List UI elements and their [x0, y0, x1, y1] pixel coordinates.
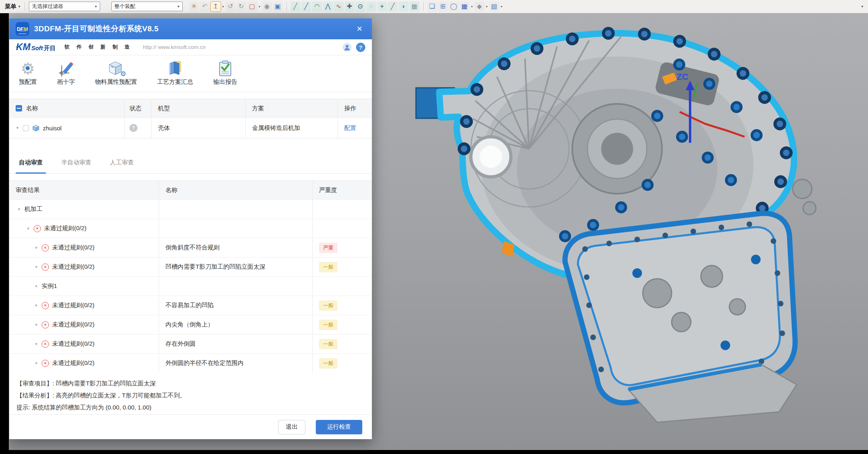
expand-icon[interactable]: ▼ [34, 246, 38, 250]
dialog-titlebar[interactable]: DFM 3DDFM-开目可制造性分析系统V8.5 ✕ [9, 18, 372, 39]
toolbar-separator [24, 2, 25, 11]
part-table-header: 名称 状态 机型 方案 操作 [9, 99, 372, 118]
user-icon[interactable] [342, 43, 352, 52]
torus-icon[interactable]: ◯ [449, 2, 459, 12]
sketch-line-icon[interactable]: ╱ [388, 2, 398, 12]
expand-icon[interactable]: ▼ [34, 265, 38, 269]
process-summary-button[interactable]: 工艺方案汇总 [157, 59, 193, 92]
expand-icon[interactable]: ▼ [34, 342, 38, 346]
circle-icon[interactable]: ⊙ [355, 2, 365, 12]
solid-body-icon-caret[interactable]: ▾ [501, 5, 503, 8]
line-icon[interactable]: ╱ [301, 2, 311, 12]
toolbar-overflow-caret[interactable]: ▾ [861, 4, 863, 8]
fail-icon: ✕ [42, 340, 49, 348]
close-icon[interactable]: ✕ [353, 24, 365, 33]
profile-line-icon[interactable]: ╱ [291, 2, 301, 12]
result-row[interactable]: ▼ 机加工 [9, 199, 372, 219]
rule-label: 未通过规则(0/2) [44, 225, 87, 232]
globe-icon[interactable]: ◉ [262, 2, 272, 12]
part-cube-icon [32, 125, 39, 132]
paste-special-icon-caret[interactable]: ▾ [222, 5, 224, 8]
part-row[interactable]: ▼ zhuisol ? 壳体 金属模铸造后机加 配置 [9, 118, 372, 138]
material-preconfig-button[interactable]: ⚙ 物料属性预配置 [95, 59, 137, 92]
svg-text:⚙: ⚙ [120, 70, 125, 77]
result-table-header: 审查结果 名称 严重度 [9, 181, 372, 199]
result-row[interactable]: ▼ 实例1 [9, 276, 372, 296]
tab-manual-review[interactable]: 人工审查 [110, 157, 134, 173]
toolbar-separator [287, 2, 287, 11]
chevron-down-icon: ▾ [178, 4, 180, 8]
chevron-down-icon: ▾ [18, 4, 20, 8]
expand-icon[interactable]: ▼ [16, 126, 19, 130]
undo-icon[interactable]: ↶ [200, 2, 210, 12]
output-report-button[interactable]: 输出报告 [213, 59, 237, 92]
machine-type: 壳体 [158, 124, 170, 132]
shaded-display-icon-caret[interactable]: ▾ [486, 5, 488, 8]
rule-label: 未通过规则(0/2) [52, 302, 95, 309]
configure-link[interactable]: 配置 [344, 124, 356, 132]
help-icon[interactable]: ? [356, 43, 365, 52]
severity-badge: 一般 [319, 300, 337, 311]
rule-name: 外倒圆的半径不在给定范围内 [159, 354, 312, 373]
severity-badge: 严重 [319, 243, 337, 253]
gearbox-housing-model[interactable]: ZC [377, 16, 868, 446]
tab-semi-auto-review[interactable]: 半自动审查 [61, 157, 91, 173]
result-row[interactable]: ▼ ✕ 未通过规则(0/2) 倒角斜度不符合规则 严重 [9, 238, 372, 257]
fit-curve-icon[interactable]: ∿ [334, 2, 344, 12]
review-tabs: 自动审查 半自动审查 人工审查 [9, 157, 372, 174]
rule-name [159, 277, 312, 296]
rotate-cw-icon[interactable]: ↻ [236, 2, 246, 12]
wcs-z-label: ZC [676, 72, 688, 82]
result-row[interactable]: ▼ ✕ 未通过规则(0/2) 存在外倒圆 一般 [9, 334, 372, 353]
menu-button[interactable]: 菜单▾ [5, 3, 20, 10]
snap-settings-icon[interactable]: ✳ [189, 2, 199, 12]
expand-icon[interactable]: ▼ [26, 227, 30, 231]
tab-auto-review[interactable]: 自动审查 [19, 157, 43, 173]
spreadsheet-icon-caret[interactable]: ▾ [471, 5, 473, 8]
selection-filter-dropdown[interactable]: 无选择过滤器▾ [29, 2, 100, 11]
spreadsheet-icon[interactable]: ▦ [460, 2, 470, 12]
solid-body-icon[interactable]: ▧ [489, 2, 499, 12]
rotate-ccw-icon[interactable]: ↺ [226, 2, 236, 12]
studio-spline-icon[interactable]: ⋀ [323, 2, 333, 12]
result-row[interactable]: ▼ ✕ 未通过规则(0/2) 外倒圆的半径不在给定范围内 一般 [9, 353, 372, 373]
kmsoft-logo: ʹKMSoft开目 [16, 43, 56, 52]
part-checkbox[interactable] [23, 125, 29, 131]
svg-text:?: ? [359, 44, 362, 50]
display-window-icon[interactable]: ⊞ [438, 2, 448, 12]
expand-icon[interactable]: ▼ [34, 361, 38, 365]
arc-icon[interactable]: ◠ [312, 2, 322, 12]
result-row[interactable]: ▼ ✕ 未通过规则(0/2) 内尖角（倒角上） 一般 [9, 315, 372, 334]
face-icon[interactable]: ◗ [399, 2, 409, 12]
paste-special-icon[interactable]: ↥ [211, 2, 221, 12]
rule-label: 未通过规则(0/2) [52, 340, 95, 348]
region-select-icon-caret[interactable]: ▾ [259, 5, 260, 8]
expand-icon[interactable]: ▼ [34, 323, 38, 327]
selection-scope-dropdown[interactable]: 整个装配▾ [111, 2, 183, 11]
plan-name: 金属模铸造后机加 [252, 124, 300, 132]
dialog-title: 3DDFM-开目可制造性分析系统V8.5 [34, 24, 353, 34]
brand-slogan: 软 件 创 新 制 造 [65, 44, 132, 51]
brand-url: http:// www.kmsoft.com.cn [143, 44, 338, 50]
result-row[interactable]: ▼ ✕ 未通过规则(0/2) 凹槽内需要T影刀加工的凹陷立面太深 一般 [9, 257, 372, 276]
mesh-surface-icon[interactable]: ▦ [410, 2, 420, 12]
draw-cross-button[interactable]: 画十字 [57, 59, 75, 92]
books-icon [166, 59, 184, 78]
expand-icon[interactable]: ▼ [34, 284, 38, 288]
window-layout-icon[interactable]: ❏ [427, 2, 437, 12]
expand-icon[interactable]: ▼ [17, 207, 21, 211]
result-row[interactable]: ▼ ✕ 未通过规则(0/2) 不容易加工的凹陷 一般 [9, 296, 372, 315]
exit-button[interactable]: 退出 [278, 420, 305, 434]
point-icon[interactable]: + [377, 2, 387, 12]
region-select-icon[interactable]: ▢ [247, 2, 257, 12]
expand-icon[interactable]: ▼ [34, 304, 38, 308]
rule-label: 机加工 [24, 205, 42, 213]
datum-axis-icon[interactable]: ✚ [345, 2, 355, 12]
preconfig-button[interactable]: ⚙ 预配置 [19, 59, 37, 92]
ellipse-icon[interactable]: ◌ [366, 2, 376, 12]
result-row[interactable]: ▼ ✕ 未通过规则(0/2) [9, 219, 372, 238]
shaded-display-icon[interactable]: ◆ [474, 2, 484, 12]
select-all-checkbox[interactable] [16, 105, 22, 111]
layer-settings-icon[interactable]: ▣ [273, 2, 283, 12]
run-check-button[interactable]: 运行检查 [316, 420, 362, 434]
